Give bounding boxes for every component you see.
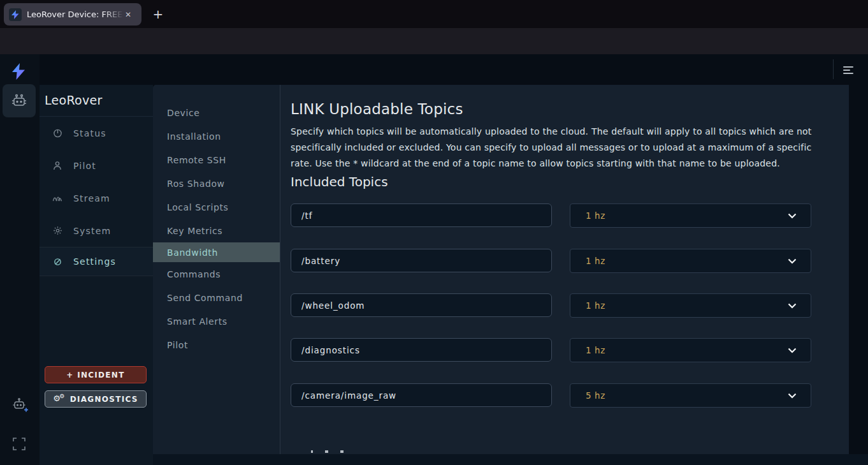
settings-nav-pilot[interactable]: Pilot — [153, 333, 280, 357]
settings-nav-installation[interactable]: Installation — [153, 124, 280, 148]
topic-name-input[interactable] — [291, 383, 552, 407]
pilot-person-icon — [52, 161, 62, 170]
nav-item-pilot[interactable]: Pilot — [40, 149, 153, 182]
browser-toolbar: ← → ↻ https — [0, 28, 868, 54]
topic-name-input[interactable] — [291, 293, 552, 317]
rate-dropdown[interactable]: 1 hz — [570, 338, 811, 362]
gears-icon: ⚙⚙ — [53, 394, 65, 402]
incident-button[interactable]: + INCIDENT — [45, 366, 147, 383]
rate-value: 1 hz — [586, 256, 788, 266]
nav-label: Pilot — [73, 161, 96, 171]
nav-item-system[interactable]: System — [40, 214, 153, 247]
chevron-down-icon — [788, 213, 797, 219]
settings-submenu: Device Installation Remote SSH Ros Shado… — [153, 85, 280, 454]
topic-name-input[interactable] — [291, 249, 552, 272]
topic-name-input[interactable] — [291, 338, 552, 362]
app-root: LeoRover Status Pilot — [0, 54, 868, 465]
left-rail — [0, 54, 40, 465]
page-title: LINK Uploadable Topics — [291, 101, 463, 117]
bandwidth-page: LINK Uploadable Topics Specify which top… — [280, 85, 849, 454]
browser-tab-bar: LeoRover Device: FREED ✕ + — [0, 0, 868, 28]
fullscreen-expand-icon[interactable] — [13, 438, 25, 450]
status-gauge-icon — [52, 128, 62, 138]
add-device-icon[interactable] — [10, 396, 29, 413]
app-menu-icon[interactable] — [843, 66, 853, 74]
screen: LeoRover Device: FREED ✕ + ← → ↻ — [0, 0, 868, 465]
rate-value: 5 hz — [586, 390, 788, 401]
settings-dial-icon — [52, 258, 62, 266]
chevron-down-icon — [788, 303, 797, 309]
active-device-button[interactable] — [3, 84, 36, 117]
settings-nav-local-scripts[interactable]: Local Scripts — [153, 195, 280, 219]
rate-dropdown[interactable]: 1 hz — [570, 249, 811, 273]
topic-row: 1 hz ✕ — [280, 338, 849, 362]
browser-tab[interactable]: LeoRover Device: FREED ✕ — [4, 3, 141, 26]
rate-value: 1 hz — [586, 300, 788, 311]
settings-nav-key-metrics[interactable]: Key Metrics — [153, 219, 280, 242]
device-nav: Status Pilot Stream — [40, 117, 153, 276]
chevron-down-icon — [788, 258, 797, 264]
tab-close-icon[interactable]: ✕ — [125, 10, 131, 19]
settings-nav-device[interactable]: Device — [153, 101, 280, 124]
nav-item-status[interactable]: Status — [40, 117, 153, 149]
chevron-down-icon — [788, 393, 797, 399]
nav-label: Stream — [73, 193, 110, 203]
topic-row: 1 hz ✕ — [280, 203, 849, 228]
settings-nav-remote-ssh[interactable]: Remote SSH — [153, 148, 280, 172]
nav-item-stream[interactable]: Stream — [40, 182, 153, 214]
rate-dropdown[interactable]: 1 hz — [570, 293, 811, 318]
freedom-robotics-logo-icon[interactable] — [11, 63, 25, 80]
tab-title: LeoRover Device: FREED — [27, 10, 124, 19]
rate-dropdown[interactable]: 1 hz — [570, 203, 811, 228]
topic-name-input[interactable] — [291, 203, 552, 227]
device-panel: LeoRover Status Pilot — [40, 85, 153, 465]
lightning-favicon-icon — [9, 8, 22, 21]
topic-row: 1 hz ✕ — [280, 249, 849, 273]
stream-waves-icon — [52, 194, 62, 202]
settings-content-panel: Device Installation Remote SSH Ros Shado… — [153, 85, 849, 454]
settings-nav-commands[interactable]: Commands — [153, 262, 280, 286]
included-topics-heading: Included Topics — [291, 174, 388, 189]
new-tab-button[interactable]: + — [149, 5, 167, 23]
bottom-strip — [153, 454, 868, 465]
settings-nav-bandwidth[interactable]: Bandwidth — [153, 242, 280, 262]
nav-label: Status — [73, 128, 106, 138]
topic-row: 1 hz ✕ — [280, 293, 849, 318]
nav-item-settings[interactable]: Settings — [40, 247, 153, 276]
settings-nav-send-command[interactable]: Send Command — [153, 286, 280, 309]
diagnostics-label: DIAGNOSTICS — [70, 395, 138, 404]
diagnostics-button[interactable]: ⚙⚙ DIAGNOSTICS — [45, 390, 147, 408]
header-divider — [833, 59, 834, 79]
nav-label: Settings — [73, 256, 116, 267]
chevron-down-icon — [788, 348, 797, 353]
rate-value: 1 hz — [586, 210, 788, 221]
settings-nav-ros-shadow[interactable]: Ros Shadow — [153, 172, 280, 195]
topic-row: 5 hz ✕ — [280, 383, 849, 408]
page-description: Specify which topics will be automatical… — [291, 124, 832, 172]
nav-label: System — [73, 226, 111, 236]
device-name: LeoRover — [40, 85, 153, 117]
rover-robot-icon — [10, 93, 29, 108]
settings-nav-smart-alerts[interactable]: Smart Alerts — [153, 309, 280, 333]
rate-value: 1 hz — [586, 345, 788, 355]
system-gear-icon — [52, 226, 62, 235]
rate-dropdown[interactable]: 5 hz — [570, 383, 811, 408]
